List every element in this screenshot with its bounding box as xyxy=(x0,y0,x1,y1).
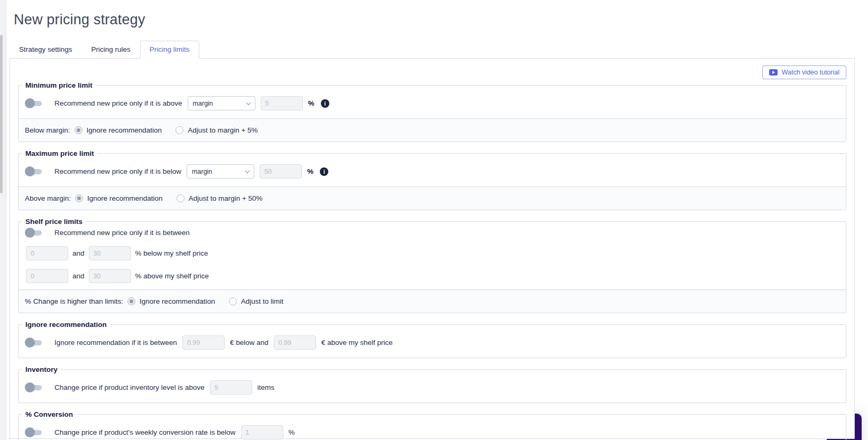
chevron-down-icon xyxy=(245,168,250,173)
maximum-adjust-radio[interactable] xyxy=(177,194,184,202)
chevron-down-icon xyxy=(246,100,251,105)
shelf-above-line: and % above my shelf price xyxy=(19,267,846,289)
section-maximum-price-limit: Maximum price limit Recommend new price … xyxy=(18,149,846,210)
inventory-toggle-row: Change price if product inventory level … xyxy=(19,373,846,402)
scrollbar-thumb[interactable] xyxy=(0,35,3,193)
pricing-limits-panel: Watch video tutorial Minimum price limit… xyxy=(10,58,855,439)
shelf-below-line: and % below my shelf price xyxy=(19,244,846,267)
section-conversion: % Conversion Change price if product's w… xyxy=(18,410,846,440)
inventory-toggle-switch[interactable] xyxy=(26,385,42,391)
watch-video-tutorial-button[interactable]: Watch video tutorial xyxy=(762,65,846,79)
section-inventory: Inventory Change price if product invent… xyxy=(18,366,846,403)
maximum-margin-select-value: margin xyxy=(192,168,212,175)
section-minimum-legend: Minimum price limit xyxy=(22,81,96,89)
shelf-ignore-radio[interactable] xyxy=(127,297,135,305)
minimum-adjust-radio-label: Adjust to margin + 5% xyxy=(188,126,257,134)
section-ignore-legend: Ignore recommendation xyxy=(22,321,110,329)
shelf-above-suffix: % above my shelf price xyxy=(135,272,209,280)
shelf-toggle-label: Recommend new price only if it is betwee… xyxy=(54,229,190,237)
section-minimum-price-limit: Minimum price limit Recommend new price … xyxy=(18,81,846,142)
inventory-toggle-label: Change price if product inventory level … xyxy=(54,383,205,391)
shelf-adjust-radio-label: Adjust to limit xyxy=(241,297,283,305)
conversion-suffix-label: % xyxy=(289,428,295,436)
shelf-below-suffix: % below my shelf price xyxy=(135,249,208,257)
tab-pricing-rules[interactable]: Pricing rules xyxy=(82,41,140,58)
tab-pricing-limits[interactable]: Pricing limits xyxy=(140,41,199,59)
section-maximum-legend: Maximum price limit xyxy=(22,149,97,157)
ignore-mid-label: € below and xyxy=(230,339,269,347)
shelf-adjust-radio[interactable] xyxy=(229,297,237,305)
conversion-rate-input[interactable] xyxy=(241,425,283,439)
shelf-below-max-input[interactable] xyxy=(89,246,131,260)
below-margin-label: Below margin: xyxy=(25,126,70,134)
minimum-ignore-radio[interactable] xyxy=(75,126,82,134)
toolbar: Watch video tutorial xyxy=(18,59,846,79)
section-inventory-legend: Inventory xyxy=(22,366,61,373)
shelf-above-max-input[interactable] xyxy=(89,269,131,283)
shelf-toggle-switch[interactable] xyxy=(26,230,42,236)
change-higher-label: % Change is higher than limits: xyxy=(25,297,123,305)
minimum-adjust-radio[interactable] xyxy=(176,126,183,134)
maximum-ignore-radio-label: Ignore recommendation xyxy=(87,194,163,202)
shelf-below-min-input[interactable] xyxy=(26,246,68,260)
minimum-margin-select-value: margin xyxy=(193,100,213,107)
maximum-margin-select[interactable]: margin xyxy=(187,164,254,179)
minimum-ignore-radio-label: Ignore recommendation xyxy=(87,126,162,134)
ignore-above-input[interactable] xyxy=(274,335,316,350)
section-shelf-price-limits: Shelf price limits Recommend new price o… xyxy=(18,218,846,313)
minimum-toggle-label: Recommend new price only if it is above xyxy=(54,99,182,107)
ignore-toggle-row: Ignore recommendation if it is between €… xyxy=(19,329,846,358)
conversion-toggle-row: Change price if product's weekly convers… xyxy=(19,418,846,440)
watch-video-tutorial-label: Watch video tutorial xyxy=(782,69,839,76)
maximum-toggle-switch[interactable] xyxy=(26,168,42,175)
page: New pricing strategy Strategy settings P… xyxy=(7,0,868,439)
ignore-toggle-label: Ignore recommendation if it is between xyxy=(54,339,177,347)
info-icon[interactable]: i xyxy=(320,167,328,176)
maximum-toggle-label: Recommend new price only if it is below xyxy=(54,167,181,175)
inventory-suffix-label: items xyxy=(257,383,274,391)
maximum-adjust-radio-label: Adjust to margin + 50% xyxy=(189,194,263,202)
conversion-toggle-switch[interactable] xyxy=(26,429,42,436)
tab-strategy-settings[interactable]: Strategy settings xyxy=(10,41,82,58)
conversion-toggle-label: Change price if product's weekly convers… xyxy=(54,428,236,436)
maximum-toggle-row: Recommend new price only if it is below … xyxy=(19,157,846,186)
shelf-ignore-radio-label: Ignore recommendation xyxy=(140,297,215,305)
tab-bar: Strategy settings Pricing rules Pricing … xyxy=(7,41,868,58)
minimum-margin-select[interactable]: margin xyxy=(188,96,255,110)
ignore-suffix-label: € above my shelf price xyxy=(321,339,393,347)
ignore-toggle-switch[interactable] xyxy=(26,340,42,346)
section-conversion-legend: % Conversion xyxy=(22,410,76,418)
youtube-icon xyxy=(769,69,778,76)
minimum-radio-row: Below margin: Ignore recommendation Adju… xyxy=(19,118,846,142)
above-margin-label: Above margin: xyxy=(25,194,71,202)
page-title: New pricing strategy xyxy=(14,12,868,28)
and-label: and xyxy=(72,249,85,257)
maximum-ignore-radio[interactable] xyxy=(75,194,83,202)
info-icon[interactable]: i xyxy=(321,99,329,108)
minimum-toggle-row: Recommend new price only if it is above … xyxy=(19,89,846,118)
section-ignore-recommendation: Ignore recommendation Ignore recommendat… xyxy=(18,321,846,358)
left-scroll-strip xyxy=(0,0,6,440)
ignore-below-input[interactable] xyxy=(182,335,225,350)
shelf-above-min-input[interactable] xyxy=(26,269,68,283)
and-label: and xyxy=(72,272,85,280)
shelf-radio-row: % Change is higher than limits: Ignore r… xyxy=(19,289,846,313)
maximum-unit-label: % xyxy=(307,167,313,175)
minimum-toggle-switch[interactable] xyxy=(26,100,42,107)
section-shelf-legend: Shelf price limits xyxy=(22,218,86,226)
maximum-radio-row: Above margin: Ignore recommendation Adju… xyxy=(19,186,846,210)
minimum-percent-input[interactable] xyxy=(261,96,303,110)
shelf-toggle-row: Recommend new price only if it is betwee… xyxy=(19,226,846,244)
minimum-unit-label: % xyxy=(308,99,315,107)
maximum-percent-input[interactable] xyxy=(260,164,302,179)
inventory-level-input[interactable] xyxy=(210,380,252,395)
